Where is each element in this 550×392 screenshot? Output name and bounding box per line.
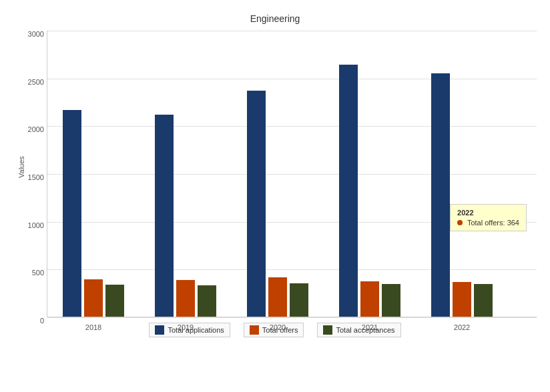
y-tick-label: 1000: [28, 221, 44, 229]
bar-acceptances: [474, 284, 493, 317]
y-tick-label: 500: [32, 269, 44, 277]
legend-swatch: [250, 325, 259, 335]
bar-applications: [339, 65, 358, 317]
bar-acceptances: [290, 283, 308, 317]
chart-area: Values 050010001500200025003000 20182019…: [47, 31, 537, 317]
y-tick-label: 0: [40, 317, 44, 325]
y-axis-label: Values: [17, 156, 25, 178]
bar-fill: [290, 283, 308, 317]
bar-offers: [268, 277, 287, 317]
chart-container: Engineering Values 050010001500200025003…: [0, 0, 550, 392]
y-tick-label: 2500: [28, 78, 44, 86]
x-axis-label: 2020: [270, 323, 286, 331]
bar-fill: [268, 277, 287, 317]
bar-fill: [84, 279, 103, 317]
legend-swatch: [155, 325, 164, 335]
y-tick-label: 1500: [28, 173, 44, 181]
bar-offers: [176, 280, 195, 317]
chart-title: Engineering: [13, 13, 537, 24]
bar-fill: [339, 65, 358, 317]
bar-group: 2021: [339, 65, 400, 317]
bar-offers: [360, 281, 379, 317]
bar-group: 2020: [247, 91, 308, 317]
bar-fill: [247, 91, 266, 317]
bar-group: 2019: [155, 115, 216, 317]
bar-fill: [105, 285, 124, 317]
bar-fill: [453, 282, 471, 317]
bar-fill: [63, 110, 81, 317]
y-tick-label: 3000: [28, 30, 44, 38]
bar-fill: [382, 284, 400, 317]
bar-applications: [155, 115, 174, 317]
bar-fill: [198, 285, 216, 317]
x-axis-label: 2021: [362, 323, 378, 331]
legend-label: Total applications: [168, 326, 224, 334]
bar-fill: [155, 115, 174, 317]
x-axis-label: 2019: [178, 323, 194, 331]
bar-fill: [176, 280, 195, 317]
bar-fill: [431, 73, 450, 317]
grid-line: [47, 317, 537, 318]
bar-fill: [360, 281, 379, 317]
bar-offers: [453, 282, 471, 317]
bar-fill: [474, 284, 493, 317]
bar-acceptances: [105, 285, 124, 317]
bar-acceptances: [382, 284, 400, 317]
bar-applications: [431, 73, 450, 317]
bar-group: 2022: [431, 73, 493, 317]
legend-swatch: [323, 325, 332, 335]
legend-item-acceptances: Total acceptances: [317, 323, 400, 337]
bars-container: 20182019202020212022: [47, 31, 537, 317]
x-axis-label: 2018: [85, 323, 101, 331]
bar-applications: [63, 110, 81, 317]
y-tick-label: 2000: [28, 125, 44, 133]
bar-acceptances: [198, 285, 216, 317]
bar-group: 2018: [63, 110, 124, 317]
x-axis-label: 2022: [454, 323, 470, 331]
bar-offers: [84, 279, 103, 317]
bar-applications: [247, 91, 266, 317]
